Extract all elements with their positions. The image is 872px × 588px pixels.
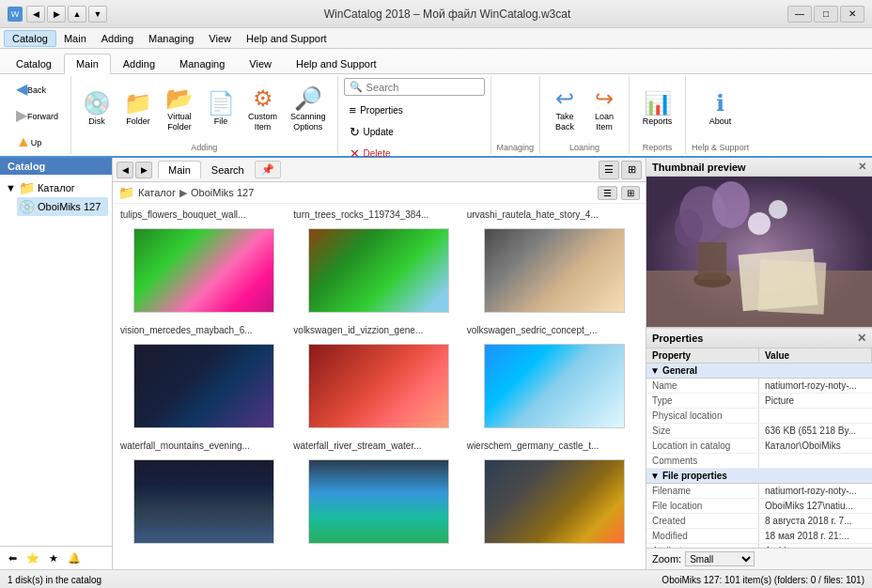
file-thumb-6[interactable] (471, 341, 638, 431)
tab-add[interactable]: 📌 (255, 161, 281, 178)
update-button[interactable]: ↻ Update (344, 122, 399, 142)
disk-button[interactable]: 💿 Disk (77, 88, 117, 131)
menu-adding[interactable]: Adding (94, 31, 141, 46)
take-back-button[interactable]: ↩ TakeBack (546, 84, 584, 136)
view-details-btn[interactable]: ☰ (598, 186, 617, 200)
sidebar-btn-3[interactable]: ★ (44, 549, 63, 566)
up-button[interactable]: ▲ Up (9, 131, 65, 155)
menu-managing[interactable]: Managing (141, 31, 201, 46)
forward-button[interactable]: ▶ Forward (9, 104, 65, 129)
filename-7: waterfall_mountains_evening... (120, 441, 291, 451)
file-thumb-4[interactable] (120, 341, 288, 431)
properties-icon: ≡ (350, 103, 357, 117)
filename-2: turn_trees_rocks_119734_384... (293, 209, 464, 220)
nav-back-btn[interactable]: ◀ (26, 6, 45, 23)
minimize-btn[interactable]: — (787, 6, 812, 23)
back-button[interactable]: ◀ Back (9, 78, 65, 102)
properties-close-btn[interactable]: ✕ (857, 332, 866, 345)
sidebar-btn-2[interactable]: ⭐ (23, 549, 42, 566)
file-grid-row-1 (117, 222, 642, 316)
svg-rect-10 (698, 242, 726, 280)
menu-help[interactable]: Help and Support (239, 31, 335, 46)
nav-up-btn[interactable]: ▲ (68, 6, 86, 23)
prop-size: Size 636 KB (651 218 By... (646, 424, 872, 439)
prop-comments-val (759, 454, 872, 468)
thumbnail-close-btn[interactable]: ✕ (858, 161, 866, 173)
file-names-row-2: vision_mercedes_maybach_6... volkswagen_… (117, 323, 642, 337)
breadcrumb-current[interactable]: OboiMiks 127 (191, 187, 254, 198)
sidebar-btn-1[interactable]: ⬅ (3, 549, 22, 566)
thumb-img-4 (133, 344, 274, 428)
menu-view[interactable]: View (201, 31, 239, 46)
prop-name-val: natiumort-rozy-noty-... (759, 379, 872, 393)
file-thumb-1[interactable] (120, 225, 288, 316)
loan-item-icon: ↪ (595, 87, 614, 110)
general-collapse-icon: ▼ (650, 365, 660, 376)
ribbon-tab-main[interactable]: Main (64, 54, 111, 74)
tree-item-oboiMiks[interactable]: 💿 OboiMiks 127 (17, 197, 108, 216)
content-next-btn[interactable]: ▶ (135, 162, 152, 178)
tree-children: 💿 OboiMiks 127 (4, 197, 108, 216)
status-disk-info: 1 disk(s) in the catalog (8, 575, 101, 585)
virtual-folder-button[interactable]: 📂 VirtualFolder (160, 84, 199, 136)
nav-menu-btn[interactable]: ▼ (88, 6, 107, 23)
scanning-options-button[interactable]: 🔎 ScanningOptions (285, 84, 332, 136)
ribbon-tab-view[interactable]: View (237, 54, 284, 73)
back-label: Back (27, 85, 46, 96)
help-buttons: ℹ About (702, 78, 740, 141)
file-thumb-7[interactable] (120, 456, 288, 547)
file-thumb-8[interactable] (295, 456, 462, 547)
loan-item-button[interactable]: ↪ LoanItem (585, 84, 623, 136)
search-input[interactable] (366, 82, 479, 93)
view-grid-btn[interactable]: ⊞ (621, 161, 642, 179)
view-thumbnails-btn[interactable]: ⊞ (621, 186, 640, 200)
file-button[interactable]: 📄 File (201, 88, 241, 131)
menu-bar: Catalog Main Adding Managing View Help a… (0, 28, 872, 49)
ribbon-tab-adding[interactable]: Adding (111, 54, 167, 73)
ribbon-tab-managing[interactable]: Managing (167, 54, 237, 73)
custom-item-button[interactable]: ⚙ CustomItem (242, 84, 283, 136)
thumb-img-9 (484, 459, 625, 544)
help-group-label: Help & Support (692, 143, 749, 152)
ribbon-tab-help[interactable]: Help and Support (284, 54, 389, 73)
custom-item-label: CustomItem (248, 112, 277, 132)
reports-icon: 📊 (644, 92, 672, 115)
col-property: Property (646, 348, 759, 363)
tab-search[interactable]: Search (201, 161, 255, 178)
file-props-section-header[interactable]: ▼ File properties (646, 469, 872, 484)
folder-button[interactable]: 📁 Folder (118, 88, 158, 131)
properties-title: Properties (652, 333, 703, 344)
file-thumb-2[interactable] (295, 225, 462, 316)
tree-item-root[interactable]: ▼ 📁 Каталог (4, 178, 108, 197)
sidebar-btn-4[interactable]: 🔔 (65, 549, 84, 566)
content-prev-btn[interactable]: ◀ (117, 162, 133, 178)
prop-comments: Comments (646, 454, 872, 469)
forward-icon: ▶ (16, 108, 27, 123)
file-thumb-5[interactable] (295, 341, 462, 431)
menu-main[interactable]: Main (56, 31, 94, 46)
maximize-btn[interactable]: □ (814, 6, 838, 23)
file-thumb-3[interactable] (471, 225, 638, 316)
ribbon-tab-catalog[interactable]: Catalog (4, 54, 64, 73)
virtual-folder-label: VirtualFolder (167, 112, 192, 132)
about-button[interactable]: ℹ About (702, 88, 740, 131)
close-btn[interactable]: ✕ (840, 6, 864, 23)
prop-physical-location: Physical location (646, 409, 872, 424)
zoom-select[interactable]: Small Medium Large Extra Large (685, 551, 755, 566)
tab-main[interactable]: Main (158, 161, 201, 178)
ribbon-tabs: Catalog Main Adding Managing View Help a… (0, 49, 872, 73)
menu-catalog[interactable]: Catalog (4, 30, 56, 47)
virtual-folder-icon: 📂 (165, 87, 194, 110)
reports-button[interactable]: 📊 Reports (637, 88, 678, 131)
view-list-btn[interactable]: ☰ (599, 161, 619, 179)
breadcrumb-root[interactable]: Каталог (138, 187, 176, 198)
status-bar: 1 disk(s) in the catalog OboiMiks 127: 1… (0, 569, 872, 588)
nav-forward-btn[interactable]: ▶ (47, 6, 66, 23)
properties-button[interactable]: ≡ Properties (344, 101, 409, 120)
ribbon: Catalog Main Adding Managing View Help a… (0, 49, 872, 158)
properties-label: Properties (360, 105, 403, 116)
loaning-buttons: ↩ TakeBack ↪ LoanItem (546, 78, 623, 141)
general-section-header[interactable]: ▼ General (646, 364, 872, 379)
svg-point-2 (712, 181, 750, 228)
file-thumb-9[interactable] (471, 456, 638, 547)
